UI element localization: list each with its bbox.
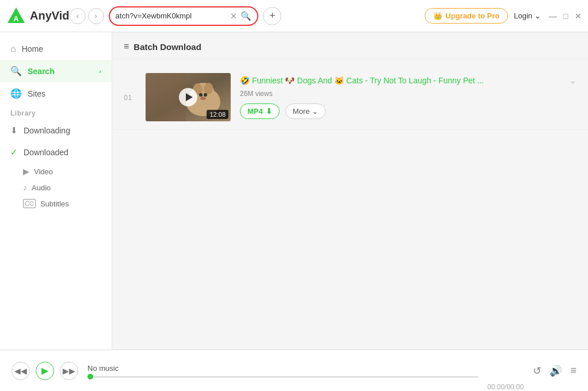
- previous-button[interactable]: ◀◀: [12, 362, 30, 380]
- sidebar-item-downloaded[interactable]: ✓ Downloaded: [0, 141, 112, 163]
- repeat-icon[interactable]: ↺: [533, 365, 541, 377]
- add-tab-button[interactable]: +: [263, 7, 281, 25]
- result-number: 01: [124, 93, 136, 102]
- player-right-controls: ↺ 🔊 ≡: [533, 365, 576, 377]
- check-circle-icon: ✓: [10, 147, 18, 158]
- sidebar: ⌂ Home 🔍 Search › 🌐 Sites Library ⬇ Down…: [0, 32, 112, 350]
- svg-text:A: A: [13, 14, 19, 23]
- sidebar-item-downloading[interactable]: ⬇ Downloading: [0, 120, 112, 141]
- result-views: 26M views: [240, 90, 560, 98]
- play-pause-button[interactable]: ▶: [36, 362, 54, 380]
- sites-icon: 🌐: [10, 88, 22, 99]
- result-dropdown-icon[interactable]: ⌄: [569, 75, 576, 86]
- progress-dot: [87, 374, 93, 379]
- title-bar: A AnyVid ‹ › ✕ 🔍 + 👑 Upgrade to Pro Logi…: [0, 0, 588, 32]
- thumbnail[interactable]: 12:08: [146, 73, 231, 121]
- search-input[interactable]: [116, 12, 231, 20]
- minimize-button[interactable]: —: [549, 12, 557, 20]
- mp4-download-button[interactable]: MP4 ⬇: [240, 103, 280, 119]
- sidebar-home-label: Home: [22, 44, 43, 53]
- playlist-icon[interactable]: ≡: [570, 365, 576, 377]
- sidebar-downloading-label: Downloading: [24, 126, 70, 135]
- logo-icon: A: [6, 6, 26, 26]
- content-area: ≡ Batch Download 01: [112, 32, 588, 350]
- batch-download-icon: ≡: [124, 41, 129, 52]
- login-button[interactable]: Login ⌄: [514, 12, 541, 20]
- sidebar-item-search[interactable]: 🔍 Search ›: [0, 60, 112, 82]
- sidebar-audio-label: Audio: [32, 183, 51, 192]
- url-search-bar: ✕ 🔍: [109, 6, 259, 26]
- audio-icon: ♪: [23, 183, 27, 192]
- video-icon: ▶: [23, 167, 29, 176]
- upgrade-label: Upgrade to Pro: [445, 12, 499, 20]
- nav-forward-button[interactable]: ›: [88, 8, 104, 24]
- sidebar-item-video[interactable]: ▶ Video: [0, 163, 112, 179]
- sidebar-search-label: Search: [28, 67, 55, 76]
- logo-area: A AnyVid: [6, 6, 70, 26]
- search-nav-icon: 🔍: [10, 66, 22, 76]
- result-actions: MP4 ⬇ More ⌄: [240, 103, 560, 119]
- search-icon[interactable]: 🔍: [240, 11, 251, 21]
- chevron-right-icon: ›: [99, 68, 101, 75]
- volume-icon[interactable]: 🔊: [549, 365, 562, 377]
- close-button[interactable]: ✕: [574, 12, 582, 20]
- nav-arrows: ‹ ›: [70, 8, 104, 24]
- batch-download-header: ≡ Batch Download: [112, 32, 588, 59]
- duration-badge: 12:08: [207, 110, 228, 119]
- svg-point-10: [200, 97, 206, 100]
- clear-search-icon[interactable]: ✕: [230, 12, 237, 21]
- upgrade-button[interactable]: 👑 Upgrade to Pro: [425, 8, 508, 24]
- sidebar-downloaded-label: Downloaded: [24, 148, 68, 157]
- library-label: Library: [0, 105, 112, 120]
- nav-back-button[interactable]: ‹: [70, 8, 86, 24]
- svg-point-9: [204, 93, 207, 97]
- window-controls: — □ ✕: [549, 12, 582, 20]
- bottom-player: ◀◀ ▶ ▶▶ No music 00:00/00:00 ↺ 🔊 ≡: [0, 350, 588, 391]
- chevron-down-icon: ⌄: [312, 107, 318, 116]
- player-track-title: No music: [87, 364, 478, 373]
- chevron-down-icon: ⌄: [534, 12, 541, 20]
- more-options-button[interactable]: More ⌄: [285, 103, 326, 119]
- sidebar-video-label: Video: [34, 167, 53, 176]
- player-time: 00:00/00:00: [487, 383, 524, 391]
- app-name: AnyVid: [30, 9, 70, 22]
- table-row: 01: [112, 65, 588, 130]
- sidebar-item-sites[interactable]: 🌐 Sites: [0, 82, 112, 105]
- home-icon: ⌂: [10, 44, 16, 54]
- download-icon: ⬇: [10, 125, 18, 136]
- sidebar-item-home[interactable]: ⌂ Home: [0, 38, 112, 60]
- download-arrow-icon: ⬇: [266, 107, 272, 116]
- login-label: Login: [514, 12, 532, 20]
- result-title[interactable]: 🤣 Funniest 🐶 Dogs And 🐱 Cats - Try Not T…: [240, 75, 560, 87]
- player-info: No music: [87, 364, 478, 378]
- sidebar-item-audio[interactable]: ♪ Audio: [0, 179, 112, 195]
- main-layout: ⌂ Home 🔍 Search › 🌐 Sites Library ⬇ Down…: [0, 32, 588, 350]
- play-button-overlay[interactable]: [179, 88, 197, 106]
- result-info: 🤣 Funniest 🐶 Dogs And 🐱 Cats - Try Not T…: [240, 75, 560, 120]
- maximize-button[interactable]: □: [562, 12, 570, 20]
- sidebar-item-subtitles[interactable]: CC Subtitles: [0, 195, 112, 212]
- batch-download-label: Batch Download: [133, 42, 201, 52]
- sidebar-sites-label: Sites: [28, 89, 45, 98]
- subtitles-icon: CC: [23, 199, 36, 208]
- crown-icon: 👑: [433, 12, 442, 20]
- mp4-label: MP4: [247, 107, 263, 116]
- more-label: More: [293, 107, 310, 116]
- player-progress-bar[interactable]: [87, 376, 478, 378]
- svg-point-8: [199, 93, 203, 97]
- next-button[interactable]: ▶▶: [60, 362, 78, 380]
- player-controls: ◀◀ ▶ ▶▶: [12, 362, 78, 380]
- results-list: 01: [112, 59, 588, 350]
- sidebar-subtitles-label: Subtitles: [40, 200, 69, 208]
